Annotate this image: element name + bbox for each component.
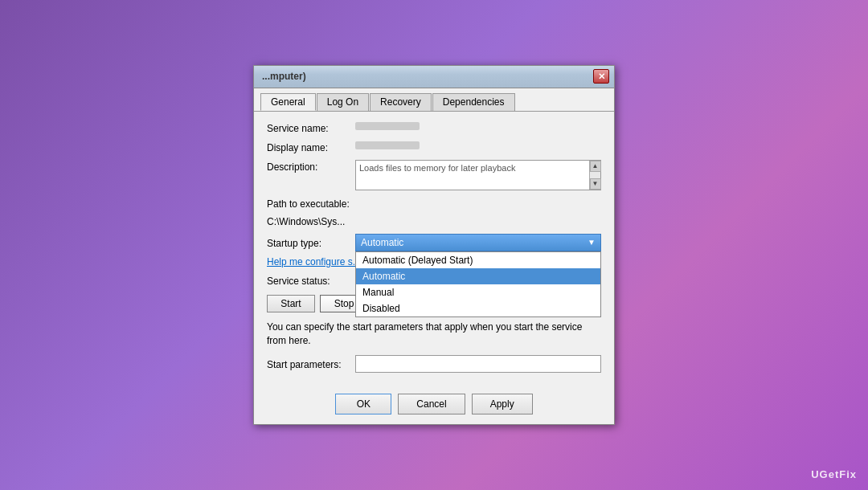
start-button[interactable]: Start xyxy=(267,295,315,312)
title-bar: ...mputer) ✕ xyxy=(254,66,614,88)
path-row: Path to executable: xyxy=(267,197,601,210)
start-params-row: Start parameters: xyxy=(267,355,601,373)
service-name-row: Service name: xyxy=(267,121,601,134)
path-label: Path to executable: xyxy=(267,197,355,210)
dropdown-arrow-icon: ▼ xyxy=(588,238,596,247)
display-name-value xyxy=(355,141,601,152)
tab-logon[interactable]: Log On xyxy=(317,93,369,111)
service-status-label: Service status: xyxy=(267,274,355,287)
ok-button[interactable]: OK xyxy=(335,394,391,414)
tab-dependencies[interactable]: Dependencies xyxy=(432,93,515,111)
startup-type-dropdown[interactable]: Automatic ▼ xyxy=(355,234,601,251)
dialog-footer: OK Cancel Apply xyxy=(254,387,614,424)
dropdown-option-manual[interactable]: Manual xyxy=(356,284,600,300)
description-box: Loads files to memory for later playback… xyxy=(355,160,601,190)
dropdown-option-disabled[interactable]: Disabled xyxy=(356,300,600,316)
cancel-button[interactable]: Cancel xyxy=(398,394,465,414)
path-value: C:\Windows\Sys... xyxy=(267,216,345,227)
startup-type-dropdown-list: Automatic (Delayed Start) Automatic Manu… xyxy=(355,251,601,317)
start-params-label: Start parameters: xyxy=(267,357,355,370)
tab-bar: General Log On Recovery Dependencies xyxy=(254,88,614,111)
service-name-value xyxy=(355,121,601,133)
start-params-input[interactable] xyxy=(355,355,601,373)
content-area: Service name: Display name: Description:… xyxy=(254,111,614,388)
apply-button[interactable]: Apply xyxy=(472,394,533,414)
info-text: You can specify the start parameters tha… xyxy=(267,321,601,348)
service-name-placeholder xyxy=(355,122,420,130)
dropdown-option-automatic[interactable]: Automatic xyxy=(356,268,600,284)
scroll-up-arrow[interactable]: ▲ xyxy=(590,161,601,172)
close-button[interactable]: ✕ xyxy=(593,69,609,84)
title-text: ...mputer) xyxy=(262,71,306,82)
dropdown-selected-value: Automatic xyxy=(361,237,403,248)
service-properties-dialog: ...mputer) ✕ General Log On Recovery Dep… xyxy=(253,65,615,426)
description-label: Description: xyxy=(267,160,355,173)
path-value-row: C:\Windows\Sys... xyxy=(267,216,601,227)
startup-type-label: Startup type: xyxy=(267,236,355,249)
startup-type-row: Startup type: Automatic ▼ Automatic (Del… xyxy=(267,234,601,251)
description-scrollbar[interactable]: ▲ ▼ xyxy=(589,161,600,190)
description-text: Loads files to memory for later playback xyxy=(359,163,584,173)
display-name-label: Display name: xyxy=(267,141,355,153)
startup-type-dropdown-container: Automatic ▼ Automatic (Delayed Start) Au… xyxy=(355,234,601,251)
tab-recovery[interactable]: Recovery xyxy=(370,93,432,111)
display-name-row: Display name: xyxy=(267,141,601,153)
service-name-label: Service name: xyxy=(267,121,355,134)
watermark: UGetFix xyxy=(811,468,857,480)
dropdown-option-delayed[interactable]: Automatic (Delayed Start) xyxy=(356,252,600,268)
tab-general[interactable]: General xyxy=(260,93,316,111)
description-row: Description: Loads files to memory for l… xyxy=(267,160,601,190)
display-name-placeholder xyxy=(355,141,420,149)
scroll-down-arrow[interactable]: ▼ xyxy=(590,178,601,190)
